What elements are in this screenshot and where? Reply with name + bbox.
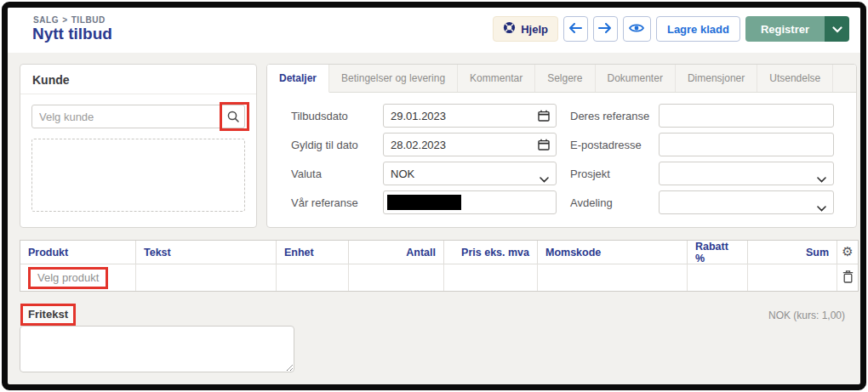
delete-row-button[interactable] [837,264,858,291]
register-split-button: Registrer [745,16,849,42]
deres-referanse-label: Deres referanse [557,104,659,128]
back-button[interactable] [563,16,588,42]
product-table: Produkt Tekst Enhet Antall Pris eks. mva… [20,240,859,292]
table-row: Velg produkt [20,264,858,291]
table-settings-button[interactable]: ⚙ [837,241,858,264]
momskode-cell[interactable] [538,264,688,291]
breadcrumb-tilbud[interactable]: TILBUD [71,15,106,25]
rabatt-cell[interactable] [688,264,748,291]
tilbudsdato-label: Tilbudsdato [291,104,383,128]
column-header-tekst: Tekst [136,241,277,264]
forward-button[interactable] [593,16,618,42]
gyldig-til-dato-input[interactable] [383,133,557,156]
tab-selgere[interactable]: Selgere [535,65,595,92]
pris-cell[interactable] [444,264,538,291]
eye-icon [629,23,644,36]
search-icon[interactable] [226,110,240,127]
gyldig-til-dato-field [383,133,557,156]
save-draft-button[interactable]: Lagre kladd [656,16,740,42]
app-window: SALG > TILBUD Nytt tilbud [0,0,868,392]
column-header-antall: Antall [349,241,444,264]
trash-icon [842,270,854,286]
avdeling-select[interactable] [659,190,834,214]
breadcrumb: SALG > TILBUD [33,15,106,25]
valuta-label: Valuta [291,162,383,185]
header-actions: Hjelp [493,16,849,42]
page-title: Nytt tilbud [32,25,112,43]
help-button[interactable]: Hjelp [493,16,558,42]
sum-cell[interactable] [748,264,837,291]
customer-panel: Kunde [20,64,257,228]
deres-referanse-field [659,104,834,128]
tab-betingelser-og-levering[interactable]: Betingelser og levering [329,65,458,92]
var-referanse-field [383,190,557,214]
valuta-select[interactable]: NOK [383,162,557,185]
chevron-down-icon [832,23,842,36]
prosjekt-field [659,162,834,185]
deres-referanse-input[interactable] [659,104,834,128]
redaction-overlay [387,195,461,210]
tab-dimensjoner[interactable]: Dimensjoner [676,65,757,92]
var-referanse-label: Vår referanse [291,190,383,214]
valuta-field: NOK [383,162,557,185]
column-header-rabatt: Rabatt % [688,241,748,264]
prosjekt-label: Prosjekt [557,162,659,185]
table-header-row: Produkt Tekst Enhet Antall Pris eks. mva… [20,241,858,264]
customer-panel-title: Kunde [20,65,256,94]
window-frame: SALG > TILBUD Nytt tilbud [2,2,866,390]
tilbudsdato-field [383,104,557,128]
details-form: Tilbudsdato Deres referanse [267,93,856,214]
tilbudsdato-input[interactable] [383,104,557,128]
avdeling-label: Avdeling [557,190,659,214]
help-button-label: Hjelp [521,23,548,36]
epostadresse-label: E-postadresse [557,133,659,156]
preview-button[interactable] [623,16,651,42]
tekst-cell[interactable] [136,264,277,291]
fritekst-label-wrap: Fritekst [20,304,76,326]
column-header-enhet: Enhet [277,241,349,264]
antall-cell[interactable] [349,264,444,291]
column-header-pris: Pris eks. mva [444,241,538,264]
fritekst-label: Fritekst [20,304,76,326]
prosjekt-select[interactable] [659,162,834,185]
breadcrumb-separator: > [62,15,67,25]
column-header-sum: Sum [748,241,837,264]
tab-detaljer[interactable]: Detaljer [267,65,329,93]
page-header: SALG > TILBUD Nytt tilbud [8,8,860,53]
tab-dokumenter[interactable]: Dokumenter [596,65,676,92]
enhet-cell[interactable] [277,264,349,291]
help-lifebuoy-icon [503,21,516,37]
gyldig-til-dato-label: Gyldig til dato [291,133,383,156]
customer-empty-placeholder [31,139,245,212]
details-tabs: Detaljer Betingelser og levering Komment… [267,65,856,93]
column-header-momskode: Momskode [538,241,688,264]
column-header-produkt: Produkt [20,241,136,264]
select-product-trigger[interactable]: Velg produkt [28,267,108,289]
customer-search-input[interactable] [31,105,245,128]
details-panel: Detaljer Betingelser og levering Komment… [266,64,857,228]
breadcrumb-salg[interactable]: SALG [33,15,59,25]
tab-kommentar[interactable]: Kommentar [458,65,535,92]
avdeling-field [659,190,834,214]
arrow-left-icon [568,23,582,36]
gear-icon: ⚙ [842,246,853,258]
arrow-right-icon [598,23,612,36]
fritekst-textarea[interactable] [20,326,294,372]
register-dropdown-button[interactable] [825,16,849,42]
currency-rate-info: NOK (kurs: 1,00) [768,310,845,321]
product-cell[interactable]: Velg produkt [20,264,136,291]
epostadresse-input[interactable] [659,133,834,156]
tab-utsendelse[interactable]: Utsendelse [757,65,833,92]
epostadresse-field [659,133,834,156]
register-button[interactable]: Registrer [745,16,825,42]
